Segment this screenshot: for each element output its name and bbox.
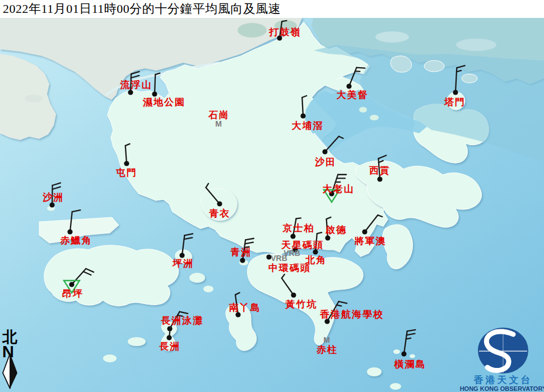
- hong-kong-wind-map: MVRBVRBM 打鼓嶺流浮山濕地公園石崗大美督塔門大埔滘沙田西貢大老山屯門沙洲…: [0, 0, 544, 392]
- station-label: 塔門: [444, 97, 466, 108]
- station-label: 沙洲: [42, 192, 64, 203]
- station-label: 黃竹坑: [285, 298, 318, 310]
- station-dot: [69, 282, 74, 287]
- station-label: 屯門: [115, 167, 137, 178]
- wind-barb-staff: [155, 74, 155, 94]
- map-islet-2: [390, 383, 401, 390]
- station-label: 赤柱: [316, 344, 338, 355]
- station-label: 啟德: [325, 225, 347, 235]
- map-shek-kwu-chau: [128, 337, 146, 346]
- station-label: 天星碼頭: [281, 240, 324, 250]
- wind-barb-half: [296, 218, 301, 218]
- map-po-toi: [367, 367, 382, 376]
- station-dot: [152, 91, 157, 96]
- map-title: 2022年11月01日11時00分的十分鐘平均風向及風速: [0, 1, 281, 17]
- station-dot: [322, 149, 327, 154]
- station-label: 赤鱲角: [60, 235, 92, 246]
- map-hei-ling-chau: [189, 273, 205, 283]
- station-dot: [290, 234, 295, 239]
- station-dot: [166, 335, 171, 340]
- station-dot: [453, 90, 458, 95]
- map-mirs-ridge-2: [456, 39, 496, 51]
- station-label: 京士柏: [282, 223, 315, 234]
- station-label: 沙田: [314, 157, 336, 167]
- station-dot: [124, 161, 129, 166]
- map-waglan-islet-2: [410, 354, 415, 358]
- map-ma-wan: [192, 193, 199, 198]
- map-deep-bay-islet: [25, 95, 43, 102]
- station-dot: [291, 292, 296, 297]
- station-29: M: [323, 335, 330, 344]
- map-mirs-ridge-1: [375, 31, 409, 43]
- map-tolo-islet-1: [359, 107, 367, 113]
- station-label: 將軍澳: [354, 236, 387, 246]
- wind-barb-half: [282, 21, 286, 21]
- station-dot: [217, 201, 222, 206]
- station-label: 昂坪: [62, 288, 83, 299]
- station-label: 中環碼頭: [268, 263, 311, 273]
- station-label: 打鼓嶺: [269, 27, 301, 38]
- missing-data-marker: M: [215, 119, 222, 128]
- map-shenzhen-hills-1: [238, 23, 267, 38]
- wind-map-app: MVRBVRBM 打鼓嶺流浮山濕地公園石崗大美督塔門大埔滘沙田西貢大老山屯門沙洲…: [0, 0, 544, 392]
- station-dot: [240, 258, 245, 263]
- station-dot: [377, 176, 382, 181]
- map-crooked-island: [390, 56, 411, 72]
- station-label: 長洲: [159, 341, 180, 352]
- station-dot: [401, 351, 406, 356]
- wind-barb-full: [356, 68, 365, 68]
- variable-wind-marker: VRB: [271, 254, 287, 263]
- station-label: 濕地公園: [142, 97, 185, 108]
- station-label: 大美督: [337, 89, 369, 100]
- station-dot: [346, 83, 351, 88]
- station-dot: [179, 253, 184, 258]
- station-dot: [362, 229, 367, 234]
- station-label: 南丫島: [229, 302, 261, 313]
- station-dot: [67, 229, 72, 234]
- map-tolo-islet-2: [370, 115, 379, 120]
- map-soko-islands: [103, 354, 117, 362]
- title-bar: 2022年11月01日11時00分的十分鐘平均風向及風速: [0, 0, 544, 18]
- station-label: 西貢: [369, 165, 390, 176]
- station-label: 大埔滘: [292, 120, 324, 131]
- station-dot: [128, 90, 133, 95]
- station-label: 長洲泳灘: [161, 315, 203, 326]
- station-dot: [325, 235, 330, 240]
- missing-data-marker: M: [323, 335, 330, 344]
- station-label: 石崗: [208, 110, 230, 120]
- station-label: 青衣: [209, 208, 230, 219]
- wind-barb-half: [406, 338, 411, 339]
- station-dot: [49, 202, 54, 207]
- station-dot: [300, 113, 305, 118]
- hko-logo-chinese-name: 香港天文台: [473, 375, 533, 385]
- station-label: 流浮山: [120, 80, 152, 90]
- station-4: M: [215, 119, 222, 128]
- map-waglan-islet-1: [393, 349, 400, 354]
- map-mirs-islet-2: [462, 74, 477, 83]
- map-mirs-islet-1: [424, 60, 444, 72]
- station-label: 橫瀾島: [394, 359, 426, 370]
- map-islet-1: [203, 286, 213, 292]
- station-label: 香港航海學校: [319, 309, 384, 320]
- station-label: 坪洲: [172, 258, 194, 269]
- wind-barb-half: [355, 71, 360, 72]
- station-label: 大老山: [323, 184, 355, 194]
- hko-logo-english-name: HONG KONG OBSERVATORY: [460, 385, 544, 392]
- station-label: 青洲: [230, 247, 252, 258]
